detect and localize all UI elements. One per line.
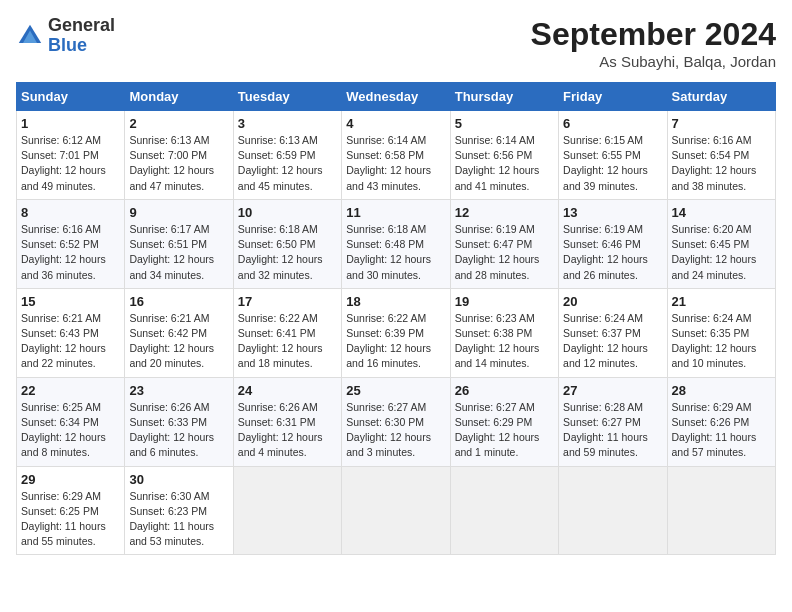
calendar-cell: 28Sunrise: 6:29 AMSunset: 6:26 PMDayligh… <box>667 377 775 466</box>
day-info: Sunrise: 6:18 AMSunset: 6:48 PMDaylight:… <box>346 222 445 283</box>
day-number: 21 <box>672 294 771 309</box>
calendar-cell: 25Sunrise: 6:27 AMSunset: 6:30 PMDayligh… <box>342 377 450 466</box>
calendar-cell <box>667 466 775 555</box>
calendar-table: SundayMondayTuesdayWednesdayThursdayFrid… <box>16 82 776 555</box>
calendar-cell <box>559 466 667 555</box>
day-info: Sunrise: 6:20 AMSunset: 6:45 PMDaylight:… <box>672 222 771 283</box>
day-number: 10 <box>238 205 337 220</box>
day-info: Sunrise: 6:23 AMSunset: 6:38 PMDaylight:… <box>455 311 554 372</box>
day-number: 23 <box>129 383 228 398</box>
day-number: 5 <box>455 116 554 131</box>
day-info: Sunrise: 6:21 AMSunset: 6:43 PMDaylight:… <box>21 311 120 372</box>
calendar-cell: 5Sunrise: 6:14 AMSunset: 6:56 PMDaylight… <box>450 111 558 200</box>
day-info: Sunrise: 6:21 AMSunset: 6:42 PMDaylight:… <box>129 311 228 372</box>
calendar-cell: 6Sunrise: 6:15 AMSunset: 6:55 PMDaylight… <box>559 111 667 200</box>
day-info: Sunrise: 6:15 AMSunset: 6:55 PMDaylight:… <box>563 133 662 194</box>
day-number: 13 <box>563 205 662 220</box>
calendar-week-3: 15Sunrise: 6:21 AMSunset: 6:43 PMDayligh… <box>17 288 776 377</box>
day-number: 28 <box>672 383 771 398</box>
logo-general: General <box>48 15 115 35</box>
day-number: 1 <box>21 116 120 131</box>
day-info: Sunrise: 6:16 AMSunset: 6:52 PMDaylight:… <box>21 222 120 283</box>
calendar-cell: 9Sunrise: 6:17 AMSunset: 6:51 PMDaylight… <box>125 199 233 288</box>
calendar-cell: 22Sunrise: 6:25 AMSunset: 6:34 PMDayligh… <box>17 377 125 466</box>
calendar-cell: 4Sunrise: 6:14 AMSunset: 6:58 PMDaylight… <box>342 111 450 200</box>
day-number: 12 <box>455 205 554 220</box>
day-info: Sunrise: 6:29 AMSunset: 6:26 PMDaylight:… <box>672 400 771 461</box>
day-info: Sunrise: 6:13 AMSunset: 6:59 PMDaylight:… <box>238 133 337 194</box>
calendar-cell: 19Sunrise: 6:23 AMSunset: 6:38 PMDayligh… <box>450 288 558 377</box>
day-info: Sunrise: 6:19 AMSunset: 6:47 PMDaylight:… <box>455 222 554 283</box>
header-day-wednesday: Wednesday <box>342 83 450 111</box>
day-number: 2 <box>129 116 228 131</box>
day-info: Sunrise: 6:24 AMSunset: 6:35 PMDaylight:… <box>672 311 771 372</box>
day-info: Sunrise: 6:26 AMSunset: 6:33 PMDaylight:… <box>129 400 228 461</box>
calendar-cell: 7Sunrise: 6:16 AMSunset: 6:54 PMDaylight… <box>667 111 775 200</box>
calendar-cell: 20Sunrise: 6:24 AMSunset: 6:37 PMDayligh… <box>559 288 667 377</box>
month-title: September 2024 <box>531 16 776 53</box>
calendar-week-1: 1Sunrise: 6:12 AMSunset: 7:01 PMDaylight… <box>17 111 776 200</box>
calendar-cell: 23Sunrise: 6:26 AMSunset: 6:33 PMDayligh… <box>125 377 233 466</box>
header-day-sunday: Sunday <box>17 83 125 111</box>
location: As Subayhi, Balqa, Jordan <box>531 53 776 70</box>
calendar-cell: 24Sunrise: 6:26 AMSunset: 6:31 PMDayligh… <box>233 377 341 466</box>
page-header: General Blue September 2024 As Subayhi, … <box>16 16 776 70</box>
day-number: 29 <box>21 472 120 487</box>
calendar-cell: 30Sunrise: 6:30 AMSunset: 6:23 PMDayligh… <box>125 466 233 555</box>
calendar-cell: 14Sunrise: 6:20 AMSunset: 6:45 PMDayligh… <box>667 199 775 288</box>
calendar-cell: 3Sunrise: 6:13 AMSunset: 6:59 PMDaylight… <box>233 111 341 200</box>
day-number: 17 <box>238 294 337 309</box>
logo-blue: Blue <box>48 35 87 55</box>
day-number: 9 <box>129 205 228 220</box>
calendar-body: 1Sunrise: 6:12 AMSunset: 7:01 PMDaylight… <box>17 111 776 555</box>
header-day-friday: Friday <box>559 83 667 111</box>
day-number: 6 <box>563 116 662 131</box>
header-day-tuesday: Tuesday <box>233 83 341 111</box>
day-number: 24 <box>238 383 337 398</box>
day-info: Sunrise: 6:17 AMSunset: 6:51 PMDaylight:… <box>129 222 228 283</box>
calendar-cell: 8Sunrise: 6:16 AMSunset: 6:52 PMDaylight… <box>17 199 125 288</box>
day-number: 22 <box>21 383 120 398</box>
calendar-cell: 29Sunrise: 6:29 AMSunset: 6:25 PMDayligh… <box>17 466 125 555</box>
day-number: 14 <box>672 205 771 220</box>
day-number: 26 <box>455 383 554 398</box>
day-info: Sunrise: 6:14 AMSunset: 6:58 PMDaylight:… <box>346 133 445 194</box>
day-number: 4 <box>346 116 445 131</box>
day-info: Sunrise: 6:29 AMSunset: 6:25 PMDaylight:… <box>21 489 120 550</box>
logo: General Blue <box>16 16 115 56</box>
calendar-cell: 26Sunrise: 6:27 AMSunset: 6:29 PMDayligh… <box>450 377 558 466</box>
calendar-week-2: 8Sunrise: 6:16 AMSunset: 6:52 PMDaylight… <box>17 199 776 288</box>
calendar-cell: 15Sunrise: 6:21 AMSunset: 6:43 PMDayligh… <box>17 288 125 377</box>
day-info: Sunrise: 6:16 AMSunset: 6:54 PMDaylight:… <box>672 133 771 194</box>
day-info: Sunrise: 6:13 AMSunset: 7:00 PMDaylight:… <box>129 133 228 194</box>
day-info: Sunrise: 6:25 AMSunset: 6:34 PMDaylight:… <box>21 400 120 461</box>
day-info: Sunrise: 6:30 AMSunset: 6:23 PMDaylight:… <box>129 489 228 550</box>
day-number: 11 <box>346 205 445 220</box>
day-info: Sunrise: 6:27 AMSunset: 6:29 PMDaylight:… <box>455 400 554 461</box>
day-info: Sunrise: 6:14 AMSunset: 6:56 PMDaylight:… <box>455 133 554 194</box>
calendar-header: SundayMondayTuesdayWednesdayThursdayFrid… <box>17 83 776 111</box>
title-block: September 2024 As Subayhi, Balqa, Jordan <box>531 16 776 70</box>
day-number: 16 <box>129 294 228 309</box>
calendar-cell: 2Sunrise: 6:13 AMSunset: 7:00 PMDaylight… <box>125 111 233 200</box>
day-number: 20 <box>563 294 662 309</box>
day-info: Sunrise: 6:19 AMSunset: 6:46 PMDaylight:… <box>563 222 662 283</box>
header-day-saturday: Saturday <box>667 83 775 111</box>
calendar-cell: 27Sunrise: 6:28 AMSunset: 6:27 PMDayligh… <box>559 377 667 466</box>
calendar-cell: 21Sunrise: 6:24 AMSunset: 6:35 PMDayligh… <box>667 288 775 377</box>
calendar-cell: 1Sunrise: 6:12 AMSunset: 7:01 PMDaylight… <box>17 111 125 200</box>
day-number: 15 <box>21 294 120 309</box>
calendar-week-4: 22Sunrise: 6:25 AMSunset: 6:34 PMDayligh… <box>17 377 776 466</box>
day-number: 30 <box>129 472 228 487</box>
calendar-cell <box>233 466 341 555</box>
calendar-cell: 18Sunrise: 6:22 AMSunset: 6:39 PMDayligh… <box>342 288 450 377</box>
calendar-cell: 17Sunrise: 6:22 AMSunset: 6:41 PMDayligh… <box>233 288 341 377</box>
day-number: 18 <box>346 294 445 309</box>
day-info: Sunrise: 6:27 AMSunset: 6:30 PMDaylight:… <box>346 400 445 461</box>
calendar-cell: 13Sunrise: 6:19 AMSunset: 6:46 PMDayligh… <box>559 199 667 288</box>
day-info: Sunrise: 6:22 AMSunset: 6:41 PMDaylight:… <box>238 311 337 372</box>
day-info: Sunrise: 6:28 AMSunset: 6:27 PMDaylight:… <box>563 400 662 461</box>
calendar-cell: 10Sunrise: 6:18 AMSunset: 6:50 PMDayligh… <box>233 199 341 288</box>
logo-text: General Blue <box>48 16 115 56</box>
day-number: 19 <box>455 294 554 309</box>
